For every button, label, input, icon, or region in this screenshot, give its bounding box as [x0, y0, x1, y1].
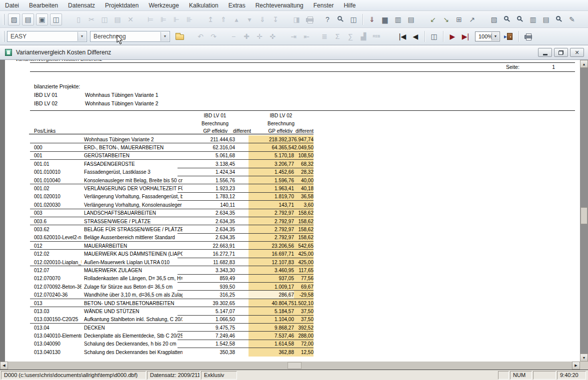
move-up-icon[interactable]: ▴: [230, 13, 242, 25]
sum-icon[interactable]: ∑: [344, 30, 356, 42]
move-bottom-icon[interactable]: ↧: [270, 13, 282, 25]
menu-item-hilfe[interactable]: Hilfe: [338, 0, 360, 10]
rule-header: [30, 71, 575, 72]
add-sub-position-icon[interactable]: ✜: [266, 30, 278, 42]
row-separator: [30, 307, 314, 307]
row-description: FASSADENGERÜSTE: [82, 161, 182, 167]
page-preview-icon[interactable]: ◨: [290, 13, 302, 25]
print-report-button[interactable]: [522, 30, 534, 42]
menu-item-fenster[interactable]: Fenster: [308, 0, 339, 10]
promote-icon[interactable]: ⇤: [300, 30, 312, 42]
scroll-left-button[interactable]: ◀: [0, 362, 8, 370]
move-pageup-icon[interactable]: ⇑: [218, 13, 230, 25]
move-down-icon[interactable]: ▾: [244, 13, 256, 25]
last-record-button[interactable]: ▶|: [460, 30, 472, 42]
chart-icon[interactable]: ▟: [358, 30, 370, 42]
tree-structure-icon[interactable]: ⊪: [184, 13, 196, 25]
menu-item-werkzeuge[interactable]: Werkzeuge: [144, 0, 184, 10]
chevron-down-icon[interactable]: ▼: [78, 32, 86, 41]
scroll-down-button[interactable]: ▼: [580, 354, 588, 362]
delete-icon[interactable]: ✕: [124, 13, 136, 25]
horizontal-scrollbar[interactable]: ◀ ▶: [0, 362, 580, 370]
remove-position-icon[interactable]: −: [228, 30, 240, 42]
import-data-icon[interactable]: ⇓: [366, 13, 378, 25]
search-icon[interactable]: [334, 13, 346, 25]
new-icon[interactable]: ▯: [72, 13, 84, 25]
toolbar-grip[interactable]: [3, 31, 4, 42]
insert-position-icon[interactable]: ✚: [240, 30, 252, 42]
jump-forward-icon[interactable]: ↘: [440, 13, 452, 25]
add-position-icon[interactable]: ✛: [254, 30, 266, 42]
scroll-up-button[interactable]: ▲: [580, 60, 588, 68]
zoom-select[interactable]: 100%▼: [475, 31, 500, 41]
paste-icon[interactable]: ▤: [112, 13, 124, 25]
demote-icon[interactable]: ⇥: [288, 30, 300, 42]
view-report-icon[interactable]: ▤: [22, 13, 34, 25]
menu-item-kalkulation[interactable]: Kalkulation: [184, 0, 224, 10]
pin-icon[interactable]: ↗: [466, 13, 478, 25]
edit-book-icon[interactable]: ✎: [566, 13, 578, 25]
copy-icon[interactable]: ◫: [98, 13, 110, 25]
row-separator: [178, 258, 314, 258]
redo-icon[interactable]: ↷: [208, 30, 220, 42]
profile-combo[interactable]: EASY ▼: [7, 31, 87, 42]
notes-icon[interactable]: ▤: [540, 13, 552, 25]
table-columns-icon[interactable]: ◫: [348, 13, 360, 25]
toolbar-grip[interactable]: [3, 14, 4, 25]
close-button[interactable]: ✕: [570, 48, 584, 57]
row-pos: 013.040090: [34, 341, 82, 347]
tree-level1-icon[interactable]: ⊨: [144, 13, 156, 25]
mouse-cursor: [116, 34, 124, 45]
vertical-scrollbar[interactable]: ▲ ▼: [580, 60, 588, 362]
undo-icon[interactable]: ↶: [194, 30, 206, 42]
mode-combo[interactable]: Berechnung ▼: [90, 31, 170, 42]
restore-button[interactable]: [554, 48, 568, 57]
move-top-icon[interactable]: ↥: [204, 13, 216, 25]
close-preview-button[interactable]: [504, 30, 516, 42]
minimize-button[interactable]: [538, 48, 552, 57]
chevron-down-icon[interactable]: ▼: [160, 32, 169, 41]
window-tile-icon[interactable]: ⊞: [453, 13, 465, 25]
row-separator: [178, 282, 314, 283]
book-arrow-icon[interactable]: ▥: [527, 13, 539, 25]
scroll-right-button[interactable]: ▶: [572, 362, 580, 370]
menu-item-bearbeiten[interactable]: Bearbeiten: [24, 0, 63, 10]
data-book-icon[interactable]: ▆: [379, 13, 391, 25]
doc-export-icon[interactable]: ▥: [392, 13, 404, 25]
open-folder-icon[interactable]: [174, 30, 186, 42]
view-graphic-icon[interactable]: ▨: [8, 13, 20, 25]
cut-icon[interactable]: ✂: [86, 13, 98, 25]
table-row: 013.030150-C20/25Aufkantung Stahlbeton i…: [34, 316, 314, 324]
prev-record-button[interactable]: ◀: [410, 30, 422, 42]
move-pagedown-icon[interactable]: ⇓: [256, 13, 268, 25]
menu-item-extras[interactable]: Extras: [224, 0, 250, 10]
doc-send-icon[interactable]: ▤: [405, 13, 417, 25]
table-row: 012.020010-Liaplan_UltraAußen-Mauerwerk …: [34, 258, 314, 266]
menu-item-datensatz[interactable]: Datensatz: [63, 0, 100, 10]
jump-back-icon[interactable]: ↙: [427, 13, 439, 25]
search-db-icon[interactable]: [553, 13, 565, 25]
reb-icon[interactable]: REB: [370, 30, 382, 42]
next-record-button[interactable]: ▶: [446, 30, 458, 42]
menu-item-datei[interactable]: Datei: [0, 0, 24, 10]
view-copies-icon[interactable]: ◫: [50, 13, 62, 25]
horizontal-scroll-thumb[interactable]: [288, 362, 302, 369]
view-picture-icon[interactable]: ▣: [36, 13, 48, 25]
row-different-lv02: 288,00: [294, 332, 314, 340]
project-name: Wohnhaus Tübingen Variante 1: [85, 92, 158, 98]
menu-item-rechteverwaltung[interactable]: Rechteverwaltung: [250, 0, 308, 10]
vertical-scroll-thumb[interactable]: [580, 207, 588, 224]
menu-item-projektdaten[interactable]: Projektdaten: [100, 0, 144, 10]
edit-doc-icon[interactable]: ▧: [488, 13, 500, 25]
tree-branch-icon[interactable]: ⊩: [170, 13, 182, 25]
copy-record-button[interactable]: ◫: [428, 30, 440, 42]
search-book2-icon[interactable]: [514, 13, 526, 25]
list-icon[interactable]: ≣: [318, 30, 330, 42]
first-record-button[interactable]: |◀: [396, 30, 408, 42]
help-icon[interactable]: ?: [322, 13, 334, 25]
chevron-down-icon[interactable]: ▼: [492, 32, 499, 40]
print-icon[interactable]: [304, 13, 316, 25]
search-book-icon[interactable]: [501, 13, 513, 25]
sum-selection-icon[interactable]: Σ: [332, 30, 344, 42]
tree-level2-icon[interactable]: ⊫: [158, 13, 170, 25]
